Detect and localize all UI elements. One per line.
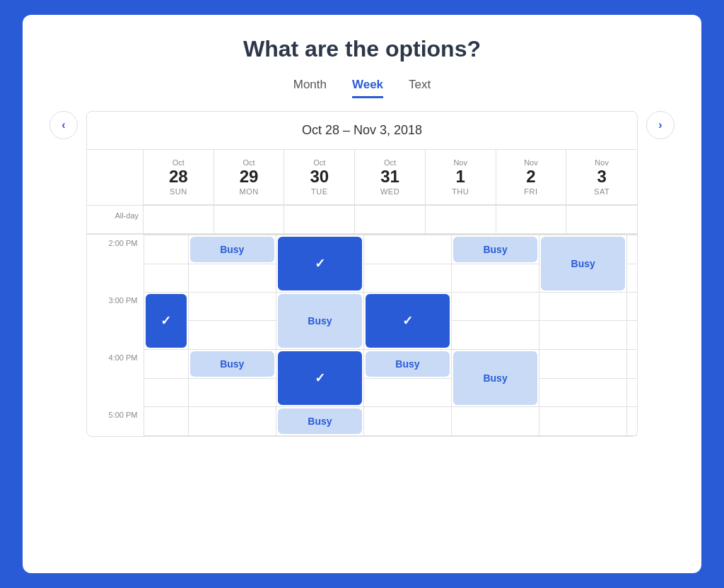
allday-wed — [355, 206, 426, 234]
allday-thu — [426, 206, 496, 234]
cell-230-mon[interactable] — [188, 264, 276, 292]
cell-500-fri[interactable] — [539, 406, 627, 435]
allday-tue — [284, 206, 355, 234]
main-card: What are the options? Month Week Text ‹ … — [23, 15, 701, 573]
cell-430-sat[interactable] — [627, 378, 637, 406]
date-range: Oct 28 – Nov 3, 2018 — [302, 123, 422, 138]
cell-400-wed[interactable]: Busy — [363, 349, 451, 378]
day-header-thu: Nov 1 THU — [426, 150, 496, 205]
cell-300-sun[interactable]: ✓ — [144, 292, 188, 349]
time-label-500pm: 5:00 PM — [87, 406, 144, 435]
row-200pm-top: 2:00 PM Busy ✓ — [87, 235, 637, 264]
cell-500-sun[interactable] — [144, 406, 188, 435]
calendar-header: Oct 28 – Nov 3, 2018 — [87, 112, 637, 150]
tab-month[interactable]: Month — [293, 78, 327, 98]
cell-400-sun[interactable] — [144, 349, 188, 378]
allday-fri — [496, 206, 567, 234]
cell-230-thu[interactable] — [452, 264, 539, 292]
event-busy-tue-300[interactable]: Busy — [278, 294, 362, 348]
cell-200-sat[interactable] — [627, 235, 637, 264]
cell-400-thu[interactable]: Busy — [452, 349, 539, 406]
cell-400-tue[interactable]: ✓ — [276, 349, 363, 406]
calendar: Oct 28 – Nov 3, 2018 Oct 28 SUN Oct 29 M… — [86, 111, 638, 437]
day-header-mon: Oct 29 MON — [214, 150, 285, 205]
day-header-wed: Oct 31 WED — [355, 150, 426, 205]
day-header-sun: Oct 28 SUN — [144, 150, 214, 205]
calendar-wrapper: ‹ › Oct 28 – Nov 3, 2018 Oct 28 SUN Oct … — [86, 111, 638, 437]
cell-230-wed[interactable] — [363, 264, 451, 292]
allday-mon — [214, 206, 285, 234]
cell-300-sat[interactable] — [627, 292, 637, 321]
cell-330-sat[interactable] — [627, 321, 637, 350]
event-busy-wed-400[interactable]: Busy — [366, 351, 450, 377]
cell-500-mon[interactable] — [188, 406, 276, 435]
cell-200-sun[interactable] — [144, 235, 188, 264]
cell-400-mon[interactable]: Busy — [188, 349, 276, 378]
tab-text[interactable]: Text — [409, 78, 431, 98]
allday-label: All-day — [87, 206, 144, 234]
tab-week[interactable]: Week — [352, 78, 383, 98]
cell-400-fri[interactable] — [539, 349, 627, 378]
cell-300-thu[interactable] — [452, 292, 539, 321]
cell-230-sun[interactable] — [144, 264, 188, 292]
event-selected-tue-200[interactable]: ✓ — [278, 237, 362, 290]
time-label-300pm: 3:00 PM — [87, 292, 144, 349]
tab-bar: Month Week Text — [44, 78, 680, 98]
day-header-tue: Oct 30 TUE — [284, 150, 355, 205]
day-header-sat: Nov 3 SAT — [566, 150, 637, 205]
cell-300-fri[interactable] — [539, 292, 627, 321]
event-busy-thu-200[interactable]: Busy — [453, 237, 537, 262]
cell-500-sat[interactable] — [627, 406, 637, 435]
event-selected-tue-400[interactable]: ✓ — [278, 351, 362, 405]
cell-500-wed[interactable] — [363, 406, 451, 435]
cell-200-thu[interactable]: Busy — [452, 235, 539, 264]
event-busy-thu-400[interactable]: Busy — [453, 351, 537, 405]
time-label-200pm: 2:00 PM — [87, 235, 144, 292]
allday-sat — [566, 206, 637, 234]
event-busy-tue-500[interactable]: Busy — [278, 408, 362, 434]
row-300pm-top: 3:00 PM ✓ Busy — [87, 292, 637, 321]
row-400pm-top: 4:00 PM Busy ✓ — [87, 349, 637, 378]
cell-330-thu[interactable] — [452, 321, 539, 350]
cell-500-thu[interactable] — [452, 406, 539, 435]
cell-330-mon[interactable] — [188, 321, 276, 350]
cell-200-mon[interactable]: Busy — [188, 235, 276, 264]
cell-330-fri[interactable] — [539, 321, 627, 350]
event-busy-mon-400[interactable]: Busy — [190, 351, 274, 377]
day-header-fri: Nov 2 FRI — [496, 150, 567, 205]
allday-sun — [144, 206, 214, 234]
cell-300-tue[interactable]: Busy — [276, 292, 363, 349]
next-button[interactable]: › — [646, 111, 675, 139]
cell-200-tue[interactable]: ✓ — [276, 235, 363, 292]
event-selected-wed-300[interactable]: ✓ — [366, 294, 450, 348]
event-busy-fri-200[interactable]: Busy — [541, 237, 625, 290]
time-label-400pm: 4:00 PM — [87, 349, 144, 406]
event-selected-sun-300[interactable]: ✓ — [146, 294, 187, 348]
cell-300-wed[interactable]: ✓ — [363, 292, 451, 349]
cell-400-sat[interactable] — [627, 349, 637, 378]
time-grid: 2:00 PM Busy ✓ — [87, 235, 637, 436]
cell-230-sat[interactable] — [627, 264, 637, 292]
allday-row: All-day — [87, 206, 637, 235]
page-title: What are the options? — [44, 36, 680, 62]
cell-300-mon[interactable] — [188, 292, 276, 321]
cell-430-fri[interactable] — [539, 378, 627, 406]
event-busy-mon-200[interactable]: Busy — [190, 237, 274, 262]
prev-button[interactable]: ‹ — [49, 111, 78, 139]
cell-500-tue[interactable]: Busy — [276, 406, 363, 435]
cell-200-fri[interactable]: Busy — [539, 235, 627, 292]
day-headers: Oct 28 SUN Oct 29 MON Oct 30 TUE Oct 31 — [87, 150, 637, 206]
row-500pm: 5:00 PM Busy — [87, 406, 637, 435]
cell-200-wed[interactable] — [363, 235, 451, 264]
cell-430-sun[interactable] — [144, 378, 188, 406]
cell-430-mon[interactable] — [188, 378, 276, 406]
cell-430-wed[interactable] — [363, 378, 451, 406]
